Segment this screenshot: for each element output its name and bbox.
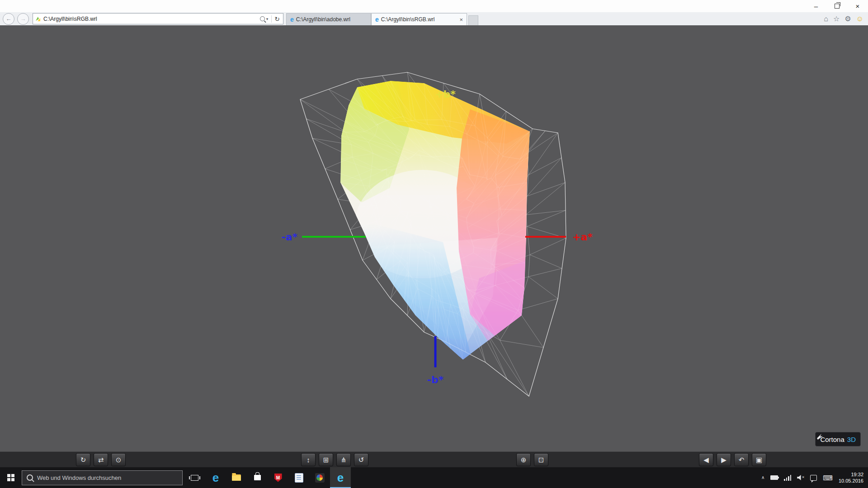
network-icon[interactable] [784,475,791,481]
close-button[interactable]: × [847,0,868,12]
start-button[interactable] [0,467,22,488]
refresh-icon[interactable]: ↻ [274,15,280,23]
address-url[interactable]: C:\Argyll\bin\sRGB.wrl [43,16,259,22]
cortona3d-logo: Cortona 3D [815,432,861,446]
walk-button[interactable]: ⋔ [336,453,351,466]
minimize-button[interactable]: – [806,0,826,12]
frame-all-button[interactable]: ▣ [752,453,766,466]
document-app-button[interactable] [288,467,309,488]
restore-view-button[interactable]: ↶ [734,453,749,466]
cortona-logo-icon [816,432,824,441]
label-neg-b: -b* [427,374,444,385]
back-button[interactable]: ← [3,13,14,25]
internet-explorer-icon: e [337,472,344,483]
volume-muted-icon[interactable]: × [797,475,804,480]
search-placeholder: Web und Windows durchsuchen [37,474,121,481]
ie-favicon-icon: e [375,16,379,23]
ie-favicon-icon: e [290,16,294,23]
settings-gear-icon[interactable]: ⚙ [844,14,851,23]
label-neg-a: -a* [282,231,298,243]
speaker-icon [797,475,802,480]
chevron-down-icon[interactable]: ▾ [266,17,269,21]
keyboard-icon[interactable]: ⌨ [823,474,833,481]
prev-view-button[interactable]: ◀ [699,453,713,466]
store-app-button[interactable] [247,467,268,488]
label-pos-b: +b* [435,89,456,100]
view-eye-button[interactable]: ⊙ [111,453,126,466]
tab-title: C:\Argyll\bin\sRGB.wrl [381,16,457,23]
cortona3d-viewport[interactable]: -a* +a* -b* +b* Cortona 3D ↻ ⇄ ⊙ ↕ ⊞ ⋔ ↺… [0,25,868,467]
colorful-app-button[interactable] [309,467,330,488]
internet-explorer-app-button[interactable]: e [330,467,351,488]
taskbar-search[interactable]: Web und Windows durchsuchen [22,470,183,485]
file-explorer-app-button[interactable] [226,467,247,488]
toolbar-group-navigate: ↕ ⊞ ⋔ ↺ [301,453,368,466]
address-bar[interactable]: C:\Argyll\bin\sRGB.wrl ▾ ↻ [33,13,283,24]
search-icon[interactable] [260,16,265,21]
windows-logo-icon [7,474,14,481]
spin-button[interactable]: ↺ [354,453,368,466]
next-view-button[interactable]: ▶ [717,453,731,466]
page-favicon [35,16,41,22]
favorites-star-icon[interactable]: ☆ [833,14,840,23]
srgb-gamut-solid [340,81,530,362]
store-bag-icon [254,475,261,480]
cortona-3d-text: 3D [847,436,856,443]
cortona-brand-text: Cortona [820,436,844,443]
document-app-icon [295,473,303,483]
colorful-app-icon [315,473,325,483]
taskbar: Web und Windows durchsuchen e M e ∧ [0,467,868,488]
edge-icon: e [212,472,219,483]
tray-chevron-up-icon[interactable]: ∧ [761,475,764,480]
window-titlebar: – × [0,0,868,12]
pan-button[interactable]: ⇄ [94,453,108,466]
label-pos-a: +a* [572,231,593,243]
edge-app-button[interactable]: e [205,467,226,488]
taskbar-clock[interactable]: 19:32 10.05.2016 [839,471,863,484]
new-tab-button[interactable] [468,15,478,25]
divider [271,15,272,23]
window-controls: – × [806,0,868,12]
tab-strip: e C:\Argyll\bin\adobe.wrl e C:\Argyll\bi… [286,12,478,25]
viewer-toolbar: ↻ ⇄ ⊙ ↕ ⊞ ⋔ ↺ ⊕ ⊡ ◀ ▶ ↶ ▣ [0,451,868,467]
restore-icon [835,4,840,9]
folder-icon [232,474,241,481]
home-icon[interactable]: ⌂ [824,15,828,23]
mcafee-app-button[interactable]: M [268,467,288,488]
taskbar-apps: e M e [205,467,351,488]
toolbar-group-views: ◀ ▶ ↶ ▣ [699,453,766,466]
browser-action-icons: ⌂ ☆ ⚙ ☺ [824,14,863,23]
mute-x-icon: × [802,474,804,480]
gamut-3d-scene: -a* +a* -b* +b* [0,25,868,467]
system-tray: ∧ × ⌨ 19:32 10.05.2016 [761,467,863,488]
mcafee-shield-icon: M [274,474,282,482]
search-icon [27,474,33,481]
restore-button[interactable] [826,0,847,12]
pan-vertical-button[interactable]: ↕ [301,453,316,466]
fit-view-button[interactable]: ⊡ [534,453,548,466]
clock-date: 10.05.2016 [839,478,863,484]
move-button[interactable]: ⊞ [319,453,333,466]
toolbar-group-align: ⊕ ⊡ [516,453,548,466]
tab-adobe-wrl[interactable]: e C:\Argyll\bin\adobe.wrl [286,13,371,25]
tab-close-icon[interactable]: × [459,16,463,23]
target-button[interactable]: ⊕ [516,453,531,466]
action-center-icon[interactable] [810,475,817,481]
task-view-icon [191,475,198,481]
rotate-button[interactable]: ↻ [76,453,90,466]
forward-button[interactable]: → [17,13,29,25]
tab-title: C:\Argyll\bin\adobe.wrl [296,16,367,23]
clock-time: 19:32 [839,471,863,478]
task-view-button[interactable] [184,467,204,488]
browser-chrome: ← → C:\Argyll\bin\sRGB.wrl ▾ ↻ e C:\Argy… [0,12,868,25]
toolbar-group-examine: ↻ ⇄ ⊙ [76,453,126,466]
battery-icon[interactable] [770,475,778,480]
feedback-smiley-icon[interactable]: ☺ [856,15,863,23]
tab-srgb-wrl[interactable]: e C:\Argyll\bin\sRGB.wrl × [371,13,467,25]
